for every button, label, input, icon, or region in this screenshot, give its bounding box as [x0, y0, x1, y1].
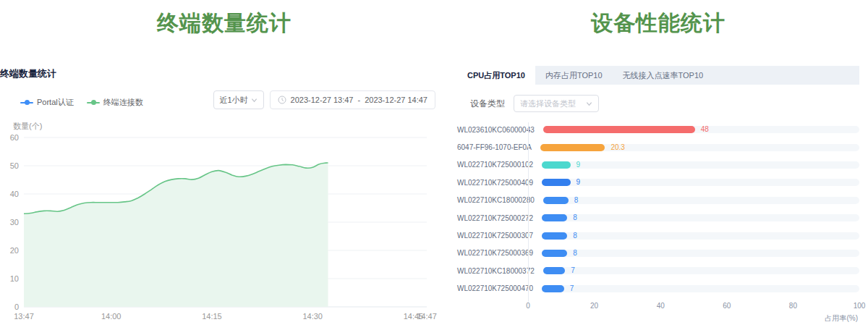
svg-text:30: 30 — [10, 218, 19, 227]
right-page-title: 设备性能统计 — [457, 9, 859, 38]
device-performance-panel: 设备性能统计 CPU占用TOP10内存占用TOP10无线接入点速率TOP10 设… — [457, 0, 859, 330]
bar-fill — [543, 267, 566, 274]
bar-axis-tick: 100 — [854, 302, 866, 310]
bar-value: 7 — [570, 285, 574, 292]
chevron-down-icon — [586, 101, 592, 107]
bar-row: WL022710KC180002808 — [457, 192, 859, 209]
chart-legend: Portal认证终端连接数 — [20, 97, 143, 109]
bar-fill — [542, 232, 567, 240]
tab-无线接入点速率TOP10[interactable]: 无线接入点速率TOP10 — [613, 66, 714, 85]
time-controls: 近1小时 2023-12-27 13:47 - 2023-12-27 14:47 — [213, 90, 435, 109]
bar-label: WL022710K725000102 — [457, 161, 533, 169]
bar-value: 8 — [573, 250, 577, 257]
date-end: 2023-12-27 14:47 — [365, 96, 427, 104]
cpu-top10-chart: WL023610KC06000043486047-FF96-1070-EF0A2… — [457, 121, 859, 323]
bar-row: WL022710K7250004707 — [457, 280, 859, 297]
bar-value: 8 — [574, 197, 579, 204]
legend-item-1[interactable]: 终端连接数 — [87, 97, 143, 108]
bar-track: 20.3 — [540, 144, 859, 151]
svg-text:20: 20 — [10, 246, 19, 255]
bar-axis-tick: 60 — [723, 302, 731, 310]
bar-fill — [543, 126, 695, 133]
bar-label: WL022710KC18000280 — [457, 196, 535, 204]
svg-text:10: 10 — [10, 274, 19, 283]
bar-fill — [542, 179, 571, 186]
bar-axis-tick: 40 — [657, 302, 665, 310]
bar-label: WL022710K725000369 — [457, 249, 533, 257]
bar-value: 9 — [576, 161, 581, 169]
bar-track: 9 — [542, 161, 859, 169]
left-page-title: 终端数量统计 — [0, 9, 448, 38]
bar-track: 7 — [543, 267, 859, 274]
time-range-value: 近1小时 — [220, 95, 248, 106]
bar-x-axis: 020406080100 — [528, 302, 859, 312]
legend-marker-icon — [20, 102, 33, 103]
bar-row: WL023610KC0600004348 — [457, 121, 859, 138]
bar-row: WL022710K7250003078 — [457, 227, 859, 244]
legend-marker-icon — [87, 102, 100, 103]
chevron-down-icon — [251, 97, 258, 103]
bar-fill — [540, 144, 605, 151]
bar-value: 7 — [571, 267, 575, 274]
date-start: 2023-12-27 13:47 — [291, 96, 354, 104]
bar-track: 8 — [542, 232, 859, 240]
tab-内存占用TOP10[interactable]: 内存占用TOP10 — [535, 66, 613, 85]
bar-row: WL022710K7250004099 — [457, 174, 859, 191]
bar-axis-spine — [528, 122, 529, 302]
bar-row: WL022710K7250001029 — [457, 156, 859, 174]
legend-label: 终端连接数 — [103, 97, 143, 108]
svg-text:14:47: 14:47 — [417, 312, 437, 321]
bar-value: 8 — [573, 214, 577, 221]
date-separator: - — [357, 96, 360, 104]
bar-row: WL022710KC180003727 — [457, 262, 859, 279]
legend-label: Portal认证 — [37, 97, 74, 108]
bar-row: WL022710K7250002728 — [457, 209, 859, 227]
svg-text:60: 60 — [10, 133, 19, 142]
terminal-count-chart: 010203040506013:4714:0014:1514:3014:4514… — [0, 132, 448, 326]
bar-track: 8 — [542, 250, 859, 257]
date-range-picker[interactable]: 2023-12-27 13:47 - 2023-12-27 14:47 — [270, 90, 435, 109]
bar-label: WL022710K725000307 — [457, 232, 533, 240]
svg-text:40: 40 — [10, 190, 19, 198]
svg-text:13:47: 13:47 — [14, 312, 34, 321]
bar-track: 8 — [542, 214, 859, 221]
tab-CPU占用TOP10[interactable]: CPU占用TOP10 — [457, 66, 535, 85]
legend-item-0[interactable]: Portal认证 — [20, 97, 74, 108]
clock-icon — [278, 96, 286, 104]
svg-text:50: 50 — [10, 161, 19, 170]
bar-fill — [542, 250, 567, 257]
terminal-count-panel: 终端数量统计 终端数量统计 Portal认证终端连接数 近1小时 2023-12… — [0, 0, 448, 330]
bar-label: WL022710K725000470 — [457, 284, 533, 292]
svg-text:0: 0 — [14, 302, 19, 311]
performance-tabs: CPU占用TOP10内存占用TOP10无线接入点速率TOP10 — [457, 66, 859, 85]
bar-value: 8 — [573, 232, 577, 240]
time-range-select[interactable]: 近1小时 — [213, 90, 264, 109]
device-type-label: 设备类型 — [470, 98, 505, 110]
left-card-title: 终端数量统计 — [0, 67, 448, 80]
svg-text:14:15: 14:15 — [202, 312, 222, 321]
device-type-placeholder: 请选择设备类型 — [520, 98, 576, 109]
bar-label: WL022710K725000272 — [457, 214, 533, 222]
y-axis-title: 数量(个) — [13, 121, 448, 132]
bar-label: WL023610KC06000043 — [457, 126, 535, 134]
bar-label: 6047-FF96-1070-EF0A — [457, 143, 532, 151]
bar-fill — [542, 285, 564, 292]
dashboard-page: 终端数量统计 终端数量统计 Portal认证终端连接数 近1小时 2023-12… — [0, 0, 868, 330]
bar-label: WL022710KC18000372 — [457, 267, 535, 275]
svg-text:14:30: 14:30 — [302, 312, 323, 321]
device-type-select[interactable]: 请选择设备类型 — [514, 95, 599, 112]
bar-x-axis-title: 占用率(%) — [457, 313, 859, 323]
bar-label: WL022710K725000409 — [457, 179, 533, 187]
bar-value: 9 — [576, 179, 581, 186]
bar-fill — [542, 161, 571, 169]
bar-row: WL022710K7250003698 — [457, 245, 859, 262]
bar-row: 6047-FF96-1070-EF0A20.3 — [457, 138, 859, 156]
device-type-filter-row: 设备类型 请选择设备类型 — [470, 95, 859, 112]
bar-fill — [542, 214, 567, 221]
bar-value: 20.3 — [610, 144, 624, 151]
bar-axis-tick: 20 — [590, 302, 598, 310]
bar-axis-tick: 80 — [789, 302, 797, 310]
bar-track: 8 — [543, 197, 859, 204]
svg-text:14:00: 14:00 — [101, 312, 122, 321]
bar-track: 9 — [542, 179, 859, 186]
